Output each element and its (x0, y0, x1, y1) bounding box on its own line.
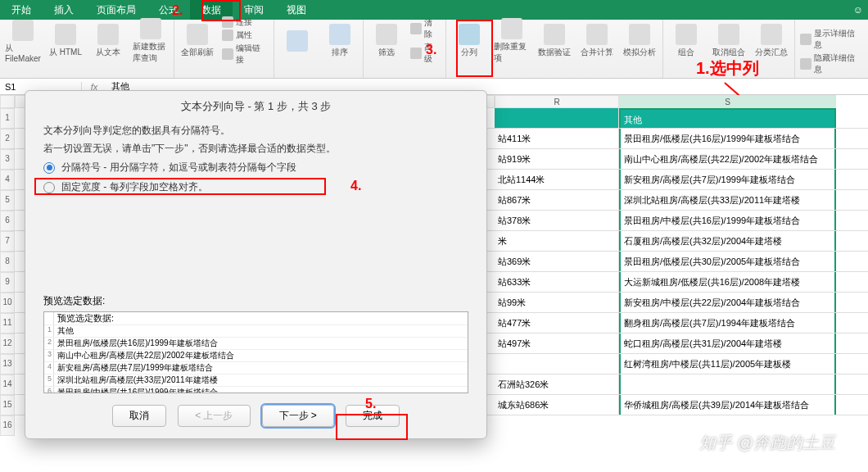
from-filemaker[interactable]: 从 FileMaker (5, 20, 41, 63)
data-validate[interactable]: 数据验证 (536, 24, 572, 58)
from-html[interactable]: 从 HTML (47, 24, 84, 58)
dialog-buttons: 取消 < 上一步 下一步 > 完成 (25, 393, 486, 438)
cell-r[interactable]: 站919米 (495, 149, 619, 169)
hide-detail[interactable]: 隐藏详细信息 (800, 52, 863, 75)
annotation-box-2 (201, 0, 241, 21)
cell-r[interactable] (495, 108, 619, 128)
cell-r[interactable]: 石洲站326米 (495, 374, 619, 394)
properties[interactable]: 属性 (222, 30, 269, 41)
cell-s[interactable]: 景田租房/低楼层(共30层)/2005年建板塔结合 (619, 252, 836, 271)
consolidate[interactable]: 合并计算 (579, 24, 615, 58)
cell-r[interactable]: 北站1144米 (495, 170, 619, 189)
filter[interactable]: 筛选 (368, 24, 405, 58)
cell-s[interactable]: 深圳北站租房/高楼层(共33层)/2011年建塔楼 (619, 190, 836, 210)
cell-r[interactable] (495, 354, 619, 374)
annotation-2: 2. (172, 3, 183, 18)
radio-icon (43, 162, 55, 174)
subtotal[interactable]: 分类汇总 (753, 24, 789, 58)
cell-r[interactable]: 站411米 (495, 129, 619, 148)
sort-asc[interactable] (279, 30, 315, 52)
annotation-box-3 (456, 20, 493, 77)
dialog-title: 文本分列向导 - 第 1 步，共 3 步 (25, 91, 486, 119)
watermark: 知乎 @奔跑的土豆 (699, 432, 835, 454)
annotation-5: 5. (365, 397, 376, 411)
refresh-all[interactable]: 全部刷新 (179, 24, 215, 58)
preview-box: 预览选定数据: 1其他 2景田租房/低楼层(共16层)/1999年建板塔结合 3… (43, 311, 468, 393)
cell-r[interactable]: 站99米 (495, 293, 619, 312)
cell-s[interactable]: 南山中心租房/高楼层(共22层)/2002年建板塔结合 (619, 149, 836, 169)
annotation-box-4 (34, 178, 326, 195)
smile-icon[interactable]: ☺ (848, 0, 868, 20)
cell-s[interactable]: 翻身租房/高楼层(共7层)/1994年建板塔结合 (619, 313, 836, 333)
cell-r[interactable]: 米 (495, 231, 619, 251)
tab-view[interactable]: 视图 (275, 0, 318, 20)
dialog-desc-1: 文本分列向导判定您的数据具有分隔符号。 (43, 122, 468, 140)
cell-s[interactable]: 蛇口租房/高楼层(共31层)/2004年建塔楼 (619, 334, 836, 353)
annotation-box-5 (336, 414, 408, 440)
option-delimited-label: 分隔符号 - 用分隔字符，如逗号或制表符分隔每个字段 (61, 159, 296, 177)
cell-r[interactable]: 站867米 (495, 190, 619, 210)
cell-r[interactable]: 站378米 (495, 211, 619, 230)
ribbon-group-sort: 排序 (274, 20, 364, 78)
preview-label: 预览选定数据: (43, 294, 468, 308)
cell-s[interactable]: 景田租房/中楼层(共16层)/1999年建板塔结合 (619, 211, 836, 230)
remove-dup[interactable]: 删除重复项 (494, 18, 530, 64)
cell-r[interactable]: 城东站686米 (495, 395, 619, 415)
annotation-3: 3. (426, 43, 436, 57)
cell-r[interactable]: 站497米 (495, 334, 619, 353)
tab-home[interactable]: 开始 (0, 0, 43, 20)
annotation-4: 4. (350, 179, 361, 193)
cell-s[interactable]: 景田租房/低楼层(共16层)/1999年建板塔结合 (619, 129, 836, 148)
show-detail[interactable]: 显示详细信息 (800, 28, 863, 51)
new-db-query[interactable]: 新建数据库查询 (133, 18, 169, 64)
from-text[interactable]: 从文本 (90, 24, 126, 58)
sort[interactable]: 排序 (322, 24, 358, 58)
cell-r[interactable]: 站369米 (495, 252, 619, 271)
col-r[interactable]: R (495, 95, 619, 108)
option-delimited[interactable]: 分隔符号 - 用分隔字符，如逗号或制表符分隔每个字段 (43, 159, 468, 177)
cell-s[interactable] (619, 374, 836, 394)
text-wizard-dialog: 文本分列向导 - 第 1 步，共 3 步 文本分列向导判定您的数据具有分隔符号。… (25, 90, 487, 439)
ribbon-group-conn: 全部刷新 连接 属性 编辑链接 (174, 20, 274, 78)
cell-s[interactable]: 华侨城租房/高楼层(共39层)/2014年建板塔结合 (619, 395, 836, 415)
cell-s[interactable]: 石厦租房/高楼层(共32层)/2004年建塔楼 (619, 231, 836, 251)
cell-r[interactable]: 站477米 (495, 313, 619, 333)
cell-s[interactable]: 新安租房/高楼层(共7层)/1999年建板塔结合 (619, 170, 836, 189)
tab-formula[interactable]: 公式 (147, 0, 190, 20)
clear-filter[interactable]: 清除 (410, 17, 441, 40)
ungroup[interactable]: 取消组合 (711, 24, 747, 58)
cell-s[interactable]: 其他 (619, 108, 836, 128)
ribbon-group-source: 从 FileMaker 从 HTML 从文本 新建数据库查询 (0, 20, 174, 78)
cell-s[interactable]: 大运新城租房/低楼层(共16层)/2008年建塔楼 (619, 272, 836, 292)
group[interactable]: 组合 (668, 24, 704, 58)
annotation-1: 1.选中列 (696, 57, 759, 79)
prev-button: < 上一步 (178, 405, 250, 427)
cancel-button[interactable]: 取消 (112, 405, 166, 427)
tab-insert[interactable]: 插入 (43, 0, 85, 20)
col-s[interactable]: S (619, 95, 836, 108)
edit-links[interactable]: 编辑链接 (222, 43, 269, 66)
next-button[interactable]: 下一步 > (262, 405, 334, 427)
whatif[interactable]: 模拟分析 (622, 24, 658, 58)
cell-s[interactable]: 红树湾租房/中楼层(共11层)/2005年建板楼 (619, 354, 836, 374)
cell-s[interactable]: 新安租房/中楼层(共22层)/2004年建板塔结合 (619, 293, 836, 312)
cell-r[interactable]: 站633米 (495, 272, 619, 292)
dialog-desc-2: 若一切设置无误，请单击"下一步"，否则请选择最合适的数据类型。 (43, 140, 468, 158)
tab-layout[interactable]: 页面布局 (85, 0, 147, 20)
row-headers: 12345678 910111213141516 (0, 95, 15, 472)
ribbon-group-detail: 显示详细信息 隐藏详细信息 (795, 20, 868, 78)
